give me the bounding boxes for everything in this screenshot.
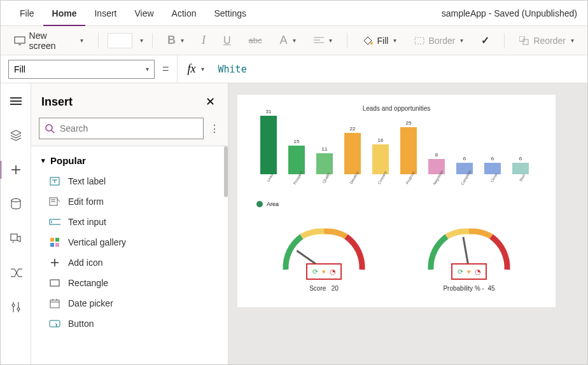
menu-action[interactable]: Action bbox=[163, 1, 206, 26]
chevron-down-icon: ▾ bbox=[329, 37, 332, 44]
menu-insert[interactable]: Insert bbox=[85, 1, 125, 26]
chevron-down-icon: ▾ bbox=[393, 37, 396, 44]
reorder-icon bbox=[519, 36, 529, 45]
insert-vertical-gallery[interactable]: Vertical gallery bbox=[31, 232, 228, 252]
svg-line-22 bbox=[52, 130, 54, 133]
filter-icon[interactable]: ▾ bbox=[322, 268, 326, 276]
gauge-value: 45 bbox=[487, 285, 494, 292]
insert-button[interactable]: Button bbox=[31, 313, 228, 334]
svg-rect-42 bbox=[50, 320, 60, 327]
svg-rect-32 bbox=[55, 238, 59, 242]
svg-text:♪: ♪ bbox=[12, 239, 15, 244]
search-input[interactable] bbox=[60, 123, 198, 134]
property-label: Fill bbox=[14, 64, 25, 74]
rail-variables-button[interactable] bbox=[4, 261, 27, 284]
pie-icon[interactable]: ◔ bbox=[330, 268, 336, 276]
chart-title: Leads and opportunities bbox=[251, 105, 542, 112]
underline-button[interactable]: U bbox=[218, 32, 237, 50]
refresh-icon[interactable]: ⟳ bbox=[458, 268, 463, 276]
property-selector[interactable]: Fill ▾ bbox=[8, 60, 155, 79]
strikethrough-button[interactable]: abc bbox=[243, 32, 268, 48]
chevron-down-icon: ▾ bbox=[41, 156, 45, 165]
svg-point-14 bbox=[11, 199, 20, 202]
border-button[interactable]: Border▾ bbox=[409, 32, 469, 49]
gallery-icon bbox=[49, 237, 60, 248]
svg-rect-0 bbox=[15, 37, 25, 43]
menu-home[interactable]: Home bbox=[43, 1, 86, 26]
media-icon: ♪ bbox=[10, 233, 22, 244]
item-label: Button bbox=[68, 319, 94, 329]
new-screen-button[interactable]: New screen ▾ bbox=[8, 27, 89, 54]
app-canvas[interactable]: Leads and opportunities 31Lead15Prospect… bbox=[237, 95, 556, 307]
gauges-row: ⟳▾◔ Score 20 ⟳▾◔ Probability % - 45 bbox=[251, 219, 542, 292]
insert-items-list: ▾ Popular Text label Edit form Text inpu… bbox=[31, 146, 228, 365]
chevron-down-icon: ▾ bbox=[571, 37, 574, 44]
insert-date-picker[interactable]: Date picker bbox=[31, 293, 228, 313]
menu-file[interactable]: File bbox=[11, 1, 43, 26]
gauge-icon-box[interactable]: ⟳▾◔ bbox=[306, 263, 342, 280]
refresh-icon[interactable]: ⟳ bbox=[312, 268, 318, 276]
rail-insert-button[interactable] bbox=[4, 158, 27, 181]
button-icon bbox=[49, 318, 60, 329]
font-color-button[interactable]: A▾ bbox=[274, 31, 302, 50]
ribbon-separator bbox=[347, 33, 347, 48]
filter-icon[interactable]: ▾ bbox=[467, 268, 471, 276]
chevron-down-icon: ▾ bbox=[460, 37, 463, 44]
svg-rect-38 bbox=[50, 300, 59, 308]
chevron-down-icon[interactable]: ▾ bbox=[201, 65, 204, 72]
pie-icon[interactable]: ◔ bbox=[475, 268, 481, 276]
gauge-score: ⟳▾◔ Score 20 bbox=[276, 219, 372, 292]
flow-icon bbox=[10, 268, 22, 278]
canvas-area[interactable]: Leads and opportunities 31Lead15Prospect… bbox=[228, 83, 587, 365]
menu-view[interactable]: View bbox=[125, 1, 162, 26]
insert-text-input[interactable]: Text input bbox=[31, 212, 228, 232]
paint-bucket-icon bbox=[362, 36, 374, 46]
insert-panel: Insert ✕ ⋮ ▾ Popular Text label Edit for… bbox=[31, 83, 228, 365]
rail-media-button[interactable]: ♪ bbox=[4, 227, 27, 250]
search-icon bbox=[45, 123, 55, 134]
insert-add-icon[interactable]: Add icon bbox=[31, 252, 228, 273]
gauge-label: Probability % - bbox=[443, 285, 484, 292]
ribbon-separator bbox=[98, 33, 99, 48]
reorder-button[interactable]: Reorder▾ bbox=[514, 32, 580, 49]
item-label: Rectangle bbox=[68, 278, 108, 288]
svg-point-5 bbox=[370, 42, 373, 45]
close-icon[interactable]: ✕ bbox=[203, 92, 218, 111]
group-popular[interactable]: ▾ Popular bbox=[31, 150, 228, 171]
insert-rectangle[interactable]: Rectangle bbox=[31, 273, 228, 293]
align-icon bbox=[314, 37, 324, 45]
rail-tools-button[interactable] bbox=[4, 296, 27, 319]
svg-rect-8 bbox=[523, 39, 528, 45]
item-label: Vertical gallery bbox=[68, 237, 126, 247]
svg-point-18 bbox=[12, 304, 15, 306]
rail-layers-button[interactable] bbox=[4, 124, 27, 147]
rail-tree-button[interactable] bbox=[4, 90, 27, 113]
border-label: Border bbox=[428, 36, 455, 46]
fx-icon[interactable]: fx bbox=[184, 62, 200, 76]
ribbon-separator bbox=[504, 33, 505, 48]
gauge-probability: ⟳▾◔ Probability % - 45 bbox=[421, 219, 517, 292]
rail-data-button[interactable] bbox=[4, 193, 27, 216]
search-input-wrapper[interactable] bbox=[39, 118, 204, 139]
more-options-button[interactable]: ⋮ bbox=[209, 123, 220, 135]
database-icon bbox=[11, 198, 21, 210]
ribbon: New screen ▾ ▾ B▾ I U abc A▾ ▾ Fill▾ Bor… bbox=[1, 26, 587, 55]
svg-rect-6 bbox=[415, 38, 424, 44]
bar-chart: 31Lead15Prospect11Qualify22Develop16Conn… bbox=[256, 118, 542, 188]
expand-button[interactable]: ✓ bbox=[475, 31, 495, 50]
fill-button[interactable]: Fill▾ bbox=[356, 32, 403, 49]
gauge-icon-box[interactable]: ⟳▾◔ bbox=[451, 263, 487, 280]
plus-icon bbox=[10, 164, 22, 176]
bold-button[interactable]: B▾ bbox=[162, 31, 190, 50]
italic-button[interactable]: I bbox=[196, 31, 211, 50]
svg-rect-33 bbox=[50, 243, 54, 247]
align-button[interactable]: ▾ bbox=[308, 34, 338, 48]
app-title: sampleApp - Saved (Unpublished) bbox=[442, 8, 577, 18]
formula-input[interactable] bbox=[218, 60, 580, 79]
theme-swatch[interactable] bbox=[108, 33, 132, 48]
insert-edit-form[interactable]: Edit form bbox=[31, 191, 228, 212]
menu-settings[interactable]: Settings bbox=[206, 1, 256, 26]
insert-text-label[interactable]: Text label bbox=[31, 171, 228, 191]
chevron-down-icon: ▾ bbox=[181, 37, 184, 44]
chevron-down-icon[interactable]: ▾ bbox=[140, 37, 143, 44]
